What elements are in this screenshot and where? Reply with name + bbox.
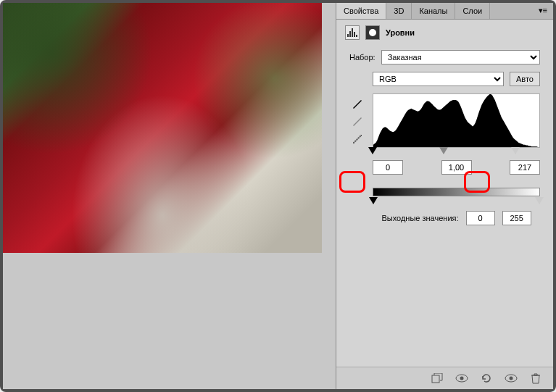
input-gamma-slider[interactable]: [439, 147, 448, 154]
preset-select[interactable]: Заказная: [381, 50, 540, 64]
histogram-section: Выходные значения:: [349, 93, 540, 225]
panel-footer: [336, 367, 553, 389]
input-white-slider[interactable]: [511, 147, 520, 154]
tab-3d[interactable]: 3D: [386, 3, 412, 19]
app-window: Свойства 3D Каналы Слои ▾≡ Уровни Набор:…: [0, 0, 556, 392]
preset-label: Набор:: [349, 53, 375, 62]
panel-content: Набор: Заказная RGB Авто: [336, 46, 553, 367]
histogram: [373, 93, 540, 148]
input-slider-track: [373, 147, 540, 157]
eyedropper-white-icon[interactable]: [349, 132, 365, 145]
reset-icon[interactable]: [479, 372, 494, 385]
panel-menu-icon[interactable]: ▾≡: [533, 3, 553, 19]
channel-row: RGB Авто: [349, 72, 540, 86]
output-black-slider[interactable]: [369, 197, 378, 204]
panel-header: Уровни: [336, 20, 553, 46]
input-black-field[interactable]: [373, 160, 403, 175]
histogram-area: Выходные значения:: [373, 93, 540, 225]
properties-panel: Свойства 3D Каналы Слои ▾≡ Уровни Набор:…: [336, 3, 553, 389]
svg-rect-0: [432, 375, 439, 383]
input-gamma-field[interactable]: [441, 160, 472, 175]
output-black-field[interactable]: [466, 211, 495, 225]
preset-row: Набор: Заказная: [349, 50, 540, 64]
input-black-slider[interactable]: [368, 147, 377, 154]
auto-button[interactable]: Авто: [510, 72, 540, 86]
input-values: [373, 160, 540, 175]
svg-point-2: [460, 377, 464, 380]
eyedropper-gray-icon[interactable]: [349, 114, 365, 128]
mask-icon[interactable]: [365, 25, 380, 40]
canvas-area: [3, 3, 336, 389]
output-white-slider[interactable]: [535, 197, 544, 204]
svg-point-4: [510, 377, 513, 380]
tab-properties[interactable]: Свойства: [336, 3, 386, 19]
levels-icon: [345, 25, 360, 40]
panel-title: Уровни: [386, 28, 415, 37]
trash-icon[interactable]: [528, 372, 543, 385]
eyedroppers: [349, 97, 365, 145]
output-white-field[interactable]: [502, 211, 531, 225]
channel-select[interactable]: RGB: [373, 72, 504, 86]
output-row: Выходные значения:: [373, 211, 540, 225]
output-gradient: [373, 188, 540, 196]
visibility2-icon[interactable]: [504, 372, 518, 385]
eyedropper-black-icon[interactable]: [349, 97, 365, 110]
visibility-icon[interactable]: [455, 372, 469, 385]
clip-icon[interactable]: [430, 372, 444, 385]
output-label: Выходные значения:: [381, 214, 458, 222]
panel-tabs: Свойства 3D Каналы Слои ▾≡: [336, 3, 553, 20]
input-white-field[interactable]: [510, 160, 540, 175]
tab-layers[interactable]: Слои: [455, 3, 490, 19]
tab-channels[interactable]: Каналы: [412, 3, 455, 19]
canvas-image[interactable]: [3, 3, 322, 253]
